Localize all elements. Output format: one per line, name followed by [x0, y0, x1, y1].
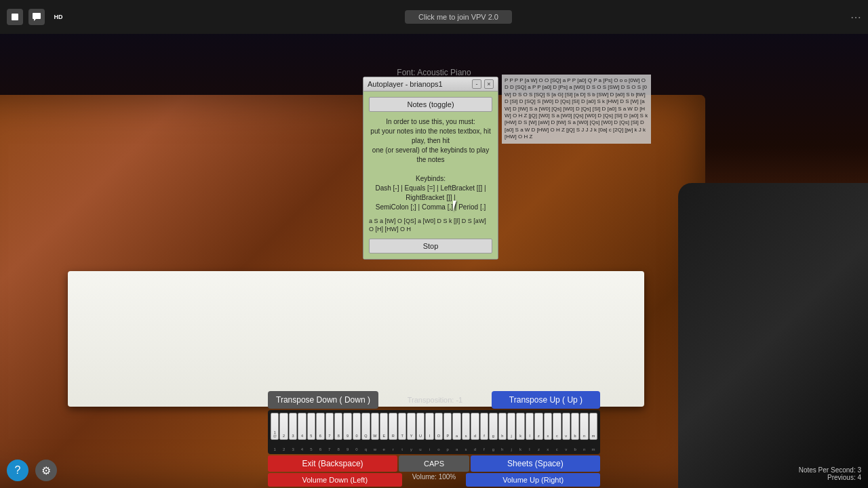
piano-keys-row: 1@ 2 3 4 5 6 7 8 9 0 Q W E R T Y U [271, 413, 597, 447]
piano-key-f[interactable]: f [480, 413, 488, 440]
piano-key-k[interactable]: k [516, 413, 524, 440]
piano-key-i[interactable]: I [425, 413, 433, 440]
piano-key-t[interactable]: T [398, 413, 406, 440]
piano-key-v[interactable]: v [562, 413, 570, 440]
piano-key-o[interactable]: O [435, 413, 443, 440]
piano-key-8[interactable]: 8 [334, 413, 342, 440]
nps-display: Notes Per Second: 3 Previous: 4 [799, 466, 861, 481]
help-button[interactable]: ? [7, 460, 28, 481]
transpose-row: Transpose Down ( Down ) Transposition: -… [268, 391, 600, 409]
piano-key-l[interactable]: l [526, 413, 534, 440]
piano-keyboard-display: 1@ 2 3 4 5 6 7 8 9 0 Q W E R T Y U [268, 410, 600, 454]
piano-key-e[interactable]: E [380, 413, 388, 440]
piano-key-c[interactable]: c [553, 413, 561, 440]
piano-key-z[interactable]: z [534, 413, 542, 440]
piano-key-u[interactable]: U [416, 413, 425, 440]
sheets-button[interactable]: Sheets (Space) [471, 455, 600, 472]
dialog-titlebar: Autoplayer - brianops1 - × [363, 77, 498, 92]
more-button[interactable]: ⋯ [850, 11, 861, 24]
piano-key-j[interactable]: j [507, 413, 515, 440]
piano-key-q[interactable]: Q [361, 413, 370, 440]
exit-button[interactable]: Exit (Backspace) [268, 455, 397, 472]
dialog-minimize-button[interactable]: - [472, 79, 481, 89]
piano-key-9[interactable]: 9 [343, 413, 351, 440]
white-keys: 1@ 2 3 4 5 6 7 8 9 0 Q W E R T Y U [271, 413, 597, 447]
piano-key-d[interactable]: d [471, 413, 479, 440]
piano-key-b[interactable]: b [571, 413, 579, 440]
volume-action-row: Volume Down (Left) Volume: 100% Volume U… [268, 473, 600, 487]
chat-icon[interactable] [28, 9, 45, 25]
piano-key-6[interactable]: 6 [316, 413, 324, 440]
top-bar-icons: HD [7, 9, 66, 25]
piano-key-0[interactable]: 0 [353, 413, 361, 440]
svg-marker-2 [34, 19, 36, 21]
notes-panel: P P P P [a W] O O [SQ] a P P [a0] Q P a … [502, 75, 651, 144]
bottom-piano-ui: Transpose Down ( Down ) Transposition: -… [268, 391, 600, 488]
notes-display: a S a [tW] O [QS] a [W0] D S k [|l] D S … [369, 218, 492, 233]
key-numbers-row: 1 2 3 4 5 6 7 8 9 0 q w e r t y u i o p … [271, 447, 597, 451]
piano-key-r[interactable]: R [389, 413, 397, 440]
volume-up-button[interactable]: Volume Up (Right) [466, 473, 600, 487]
caps-button[interactable]: CAPS [399, 455, 469, 472]
piano-key-5[interactable]: 5 [307, 413, 315, 440]
bottom-icons: ? ⚙ [7, 460, 57, 481]
settings-button[interactable]: ⚙ [35, 460, 57, 481]
hd-icon[interactable]: HD [50, 9, 66, 25]
transpose-up-button[interactable]: Transpose Up ( Up ) [492, 391, 600, 409]
piano-key-g[interactable]: g [489, 413, 497, 440]
join-banner[interactable]: Click me to join VPV 2.0 [405, 10, 512, 24]
nps-line1: Notes Per Second: 3 [799, 466, 861, 474]
notes-toggle-button[interactable]: Notes (toggle) [369, 97, 492, 112]
piano-key-4[interactable]: 4 [298, 413, 306, 440]
volume-down-button[interactable]: Volume Down (Left) [268, 473, 402, 487]
svg-rect-1 [33, 13, 41, 19]
piano-key-a[interactable]: a [452, 413, 460, 440]
piano-key-2[interactable]: 2 [279, 413, 288, 440]
piano-key-7[interactable]: 7 [326, 413, 334, 440]
dialog-title: Autoplayer - brianops1 [368, 80, 443, 88]
dialog-body: Notes (toggle) In order to use this, you… [363, 92, 498, 259]
piano-key-s[interactable]: s [462, 413, 470, 440]
svg-rect-0 [12, 14, 18, 20]
autoplayer-dialog: Autoplayer - brianops1 - × Notes (toggle… [363, 77, 498, 260]
nps-line2: Previous: 4 [799, 474, 861, 481]
font-label: Font: Acoustic Piano [397, 68, 471, 77]
volume-label: Volume: 100% [403, 473, 465, 487]
top-bar: HD Click me to join VPV 2.0 ⋯ [0, 0, 868, 34]
piano-key-w[interactable]: W [371, 413, 379, 440]
piano-key-1[interactable]: 1@ [271, 413, 279, 440]
piano-key-x[interactable]: x [544, 413, 552, 440]
piano-key-h[interactable]: h [498, 413, 507, 440]
piano-keys-container: 1@ 2 3 4 5 6 7 8 9 0 Q W E R T Y U [271, 413, 597, 447]
transposition-label: Transposition: -1 [378, 396, 492, 404]
piano-key-3[interactable]: 3 [289, 413, 297, 440]
dialog-controls: - × [472, 79, 494, 89]
dialog-instructions: In order to use this, you must: put your… [369, 117, 492, 212]
piano-key-y[interactable]: Y [407, 413, 415, 440]
top-bar-center: Click me to join VPV 2.0 [66, 10, 850, 24]
action-row: Exit (Backspace) CAPS Sheets (Space) [268, 455, 600, 472]
stop-button[interactable]: Stop [369, 239, 492, 253]
dialog-close-button[interactable]: × [484, 79, 494, 89]
piano-key-m[interactable]: m [589, 413, 597, 440]
roblox-icon[interactable] [7, 9, 23, 25]
transpose-down-button[interactable]: Transpose Down ( Down ) [268, 391, 378, 409]
dark-object [678, 183, 868, 488]
piano-keys-background [68, 271, 644, 407]
piano-key-n[interactable]: n [580, 413, 588, 440]
piano-key-p[interactable]: P [443, 413, 452, 440]
